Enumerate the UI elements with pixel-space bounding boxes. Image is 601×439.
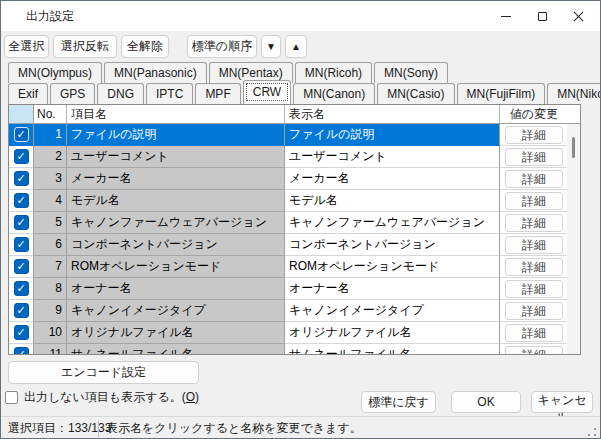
row-checkbox-cell[interactable]: ✓ [9,344,34,355]
row-item-name[interactable]: キャノンファームウェアバージョン [67,212,285,234]
header-no[interactable]: No. [34,105,67,123]
row-display-name[interactable]: オーナー名 [285,278,500,300]
header-display[interactable]: 表示名 [285,105,500,123]
checkbox-checked-icon[interactable]: ✓ [14,171,29,186]
resize-grip-icon[interactable] [587,427,597,437]
row-display-name[interactable]: キャノンファームウェアバージョン [285,212,500,234]
tab-dng[interactable]: DNG [97,83,144,104]
header-action[interactable]: 値の変更 [500,105,568,123]
row-item-name[interactable]: メーカー名 [67,168,285,190]
checkbox-checked-icon[interactable]: ✓ [14,281,29,296]
tab-iptc[interactable]: IPTC [146,83,193,104]
row-display-name[interactable]: キャノンイメージタイプ [285,300,500,322]
detail-button[interactable]: 詳細 [505,346,563,356]
tab-mn-ricoh[interactable]: MN(Ricoh) [295,62,372,83]
row-item-name[interactable]: コンポーネントバージョン [67,234,285,256]
row-checkbox-cell[interactable]: ✓ [9,212,34,234]
table-row[interactable]: ✓ 9 キャノンイメージタイプ キャノンイメージタイプ 詳細 [9,300,580,322]
table-row[interactable]: ✓ 11 サムネールファイル名 サムネールファイル名 詳細 [9,344,580,355]
tab-mn-panasonic[interactable]: MN(Panasonic) [104,62,207,83]
table-row[interactable]: ✓ 3 メーカー名 メーカー名 詳細 [9,168,580,190]
row-display-name[interactable]: モデル名 [285,190,500,212]
row-item-name[interactable]: サムネールファイル名 [67,344,285,355]
row-display-name[interactable]: ファイルの説明 [285,124,500,146]
show-hidden-label[interactable]: 出力しない項目も表示する。(O) [24,389,199,406]
tab-mn-nikon[interactable]: MN(Nikon) [547,83,601,104]
row-display-name[interactable]: オリジナルファイル名 [285,322,500,344]
table-row[interactable]: ✓ 4 モデル名 モデル名 詳細 [9,190,580,212]
row-checkbox-cell[interactable]: ✓ [9,190,34,212]
checkbox-checked-icon[interactable]: ✓ [14,347,29,355]
table-row[interactable]: ✓ 6 コンポーネントバージョン コンポーネントバージョン 詳細 [9,234,580,256]
checkbox-checked-icon[interactable]: ✓ [14,193,29,208]
table-row[interactable]: ✓ 1 ファイルの説明 ファイルの説明 詳細 [9,124,580,146]
checkbox-checked-icon[interactable]: ✓ [14,127,29,142]
move-down-button[interactable]: ▼ [261,35,281,58]
header-checkbox-cell[interactable] [9,105,34,123]
tab-mn-olympus[interactable]: MN(Olympus) [8,62,102,83]
table-row[interactable]: ✓ 8 オーナー名 オーナー名 詳細 [9,278,580,300]
row-item-name[interactable]: オリジナルファイル名 [67,322,285,344]
encode-settings-button[interactable]: エンコード設定 [8,361,199,384]
cancel-button[interactable]: キャンセル [531,391,593,413]
standard-order-button[interactable]: 標準の順序 [187,35,257,58]
row-display-name[interactable]: ROMオペレーションモード [285,256,500,278]
tab-mpf[interactable]: MPF [195,83,240,104]
header-item[interactable]: 項目名 [67,105,285,123]
show-hidden-items-checkbox-row[interactable]: 出力しない項目も表示する。(O) [5,389,199,405]
table-row[interactable]: ✓ 10 オリジナルファイル名 オリジナルファイル名 詳細 [9,322,580,344]
row-item-name[interactable]: キャノンイメージタイプ [67,300,285,322]
row-display-name[interactable]: メーカー名 [285,168,500,190]
checkbox-checked-icon[interactable]: ✓ [14,237,29,252]
table-row[interactable]: ✓ 2 ユーザーコメント ユーザーコメント 詳細 [9,146,580,168]
detail-button[interactable]: 詳細 [505,148,563,166]
row-item-name[interactable]: ユーザーコメント [67,146,285,168]
row-item-name[interactable]: ファイルの説明 [67,124,285,146]
row-display-name[interactable]: コンポーネントバージョン [285,234,500,256]
scrollbar-thumb[interactable] [572,137,575,158]
checkbox-checked-icon[interactable]: ✓ [14,215,29,230]
row-display-name[interactable]: ユーザーコメント [285,146,500,168]
detail-button[interactable]: 詳細 [505,214,563,232]
minimize-button[interactable] [488,1,524,31]
row-checkbox-cell[interactable]: ✓ [9,322,34,344]
tab-mn-casio[interactable]: MN(Casio) [377,83,454,104]
row-checkbox-cell[interactable]: ✓ [9,124,34,146]
tab-exif[interactable]: Exif [8,83,48,104]
row-checkbox-cell[interactable]: ✓ [9,146,34,168]
detail-button[interactable]: 詳細 [505,126,563,144]
restore-defaults-button[interactable]: 標準に戻す [361,391,436,413]
row-checkbox-cell[interactable]: ✓ [9,300,34,322]
select-all-button[interactable]: 全選択 [4,35,49,58]
close-button[interactable] [560,1,596,31]
row-checkbox-cell[interactable]: ✓ [9,168,34,190]
checkbox-checked-icon[interactable]: ✓ [14,303,29,318]
row-checkbox-cell[interactable]: ✓ [9,278,34,300]
checkbox-checked-icon[interactable]: ✓ [14,325,29,340]
row-item-name[interactable]: ROMオペレーションモード [67,256,285,278]
checkbox-checked-icon[interactable]: ✓ [14,259,29,274]
tab-mn-canon[interactable]: MN(Canon) [293,83,375,104]
vertical-scrollbar[interactable] [567,124,580,355]
ok-button[interactable]: OK [451,391,521,413]
detail-button[interactable]: 詳細 [505,280,563,298]
row-item-name[interactable]: オーナー名 [67,278,285,300]
detail-button[interactable]: 詳細 [505,236,563,254]
tab-gps[interactable]: GPS [50,83,95,104]
detail-button[interactable]: 詳細 [505,192,563,210]
tab-crw[interactable]: CRW [243,80,291,104]
detail-button[interactable]: 詳細 [505,324,563,342]
show-hidden-checkbox[interactable] [5,391,18,404]
row-checkbox-cell[interactable]: ✓ [9,256,34,278]
detail-button[interactable]: 詳細 [505,302,563,320]
invert-selection-button[interactable]: 選択反転 [53,35,117,58]
row-display-name[interactable]: サムネールファイル名 [285,344,500,355]
row-item-name[interactable]: モデル名 [67,190,285,212]
tab-mn-fujifilm[interactable]: MN(FujiFilm) [457,83,546,104]
checkbox-checked-icon[interactable]: ✓ [14,149,29,164]
maximize-button[interactable] [524,1,560,31]
table-row[interactable]: ✓ 5 キャノンファームウェアバージョン キャノンファームウェアバージョン 詳細 [9,212,580,234]
deselect-all-button[interactable]: 全解除 [121,35,169,58]
detail-button[interactable]: 詳細 [505,170,563,188]
move-up-button[interactable]: ▲ [285,35,307,58]
